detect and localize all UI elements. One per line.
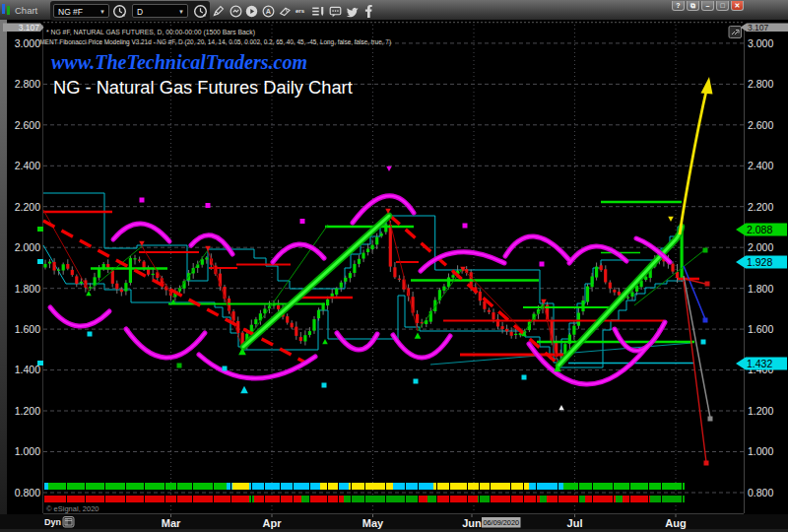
svg-text:2.088: 2.088 bbox=[747, 224, 772, 235]
svg-text:Mar: Mar bbox=[162, 517, 181, 529]
svg-text:1.600: 1.600 bbox=[15, 323, 40, 335]
svg-text:MENT Fibonacci Price Modeling: MENT Fibonacci Price Modeling V3.21d - N… bbox=[40, 38, 392, 46]
svg-text:06/09/2020: 06/09/2020 bbox=[484, 518, 520, 527]
svg-text:© eSignal, 2020: © eSignal, 2020 bbox=[46, 504, 98, 513]
svg-text:2.600: 2.600 bbox=[15, 119, 40, 131]
svg-text:1.200: 1.200 bbox=[15, 405, 40, 417]
svg-text:1.432: 1.432 bbox=[747, 358, 772, 369]
svg-text:2.800: 2.800 bbox=[748, 78, 773, 90]
svg-text:2.000: 2.000 bbox=[748, 241, 773, 253]
svg-text:3.107: 3.107 bbox=[748, 23, 769, 33]
svg-text:0.800: 0.800 bbox=[15, 487, 40, 499]
svg-text:1.600: 1.600 bbox=[748, 323, 773, 335]
svg-text:3.107: 3.107 bbox=[19, 23, 40, 33]
svg-text:0.800: 0.800 bbox=[748, 487, 773, 499]
svg-text:2.400: 2.400 bbox=[748, 160, 773, 171]
svg-text:A: A bbox=[265, 7, 271, 16]
svg-text:1.928: 1.928 bbox=[747, 256, 772, 268]
svg-text:Apr: Apr bbox=[263, 517, 283, 529]
svg-text:2.600: 2.600 bbox=[748, 119, 773, 131]
svg-text:NG - Natural Gas Futures Daily: NG - Natural Gas Futures Daily Chart bbox=[53, 77, 353, 98]
svg-text:3.000: 3.000 bbox=[748, 37, 773, 49]
svg-text:Dyn: Dyn bbox=[44, 517, 61, 527]
svg-text:* NG #F, NATURAL GAS FUTURES,: * NG #F, NATURAL GAS FUTURES, D, 00:00-0… bbox=[46, 29, 255, 36]
svg-text:2.400: 2.400 bbox=[15, 160, 40, 171]
svg-text:Jun: Jun bbox=[462, 517, 482, 529]
svg-text:1.400: 1.400 bbox=[15, 364, 40, 375]
svg-text:Jul: Jul bbox=[567, 517, 583, 529]
svg-text:3.000: 3.000 bbox=[15, 37, 40, 49]
svg-text:1.000: 1.000 bbox=[15, 445, 40, 457]
svg-text:Aug: Aug bbox=[665, 517, 686, 529]
svg-text:www.TheTechnicalTraders.com: www.TheTechnicalTraders.com bbox=[51, 51, 307, 73]
svg-text:2.200: 2.200 bbox=[15, 201, 40, 213]
svg-text:1.800: 1.800 bbox=[15, 283, 40, 295]
svg-text:1.200: 1.200 bbox=[748, 405, 773, 417]
svg-text:1.000: 1.000 bbox=[748, 445, 773, 457]
svg-text:1.800: 1.800 bbox=[748, 283, 773, 295]
svg-text:2.000: 2.000 bbox=[15, 241, 40, 253]
svg-text:2.800: 2.800 bbox=[15, 78, 40, 90]
svg-text:2.200: 2.200 bbox=[748, 201, 773, 213]
svg-text:May: May bbox=[362, 517, 384, 529]
